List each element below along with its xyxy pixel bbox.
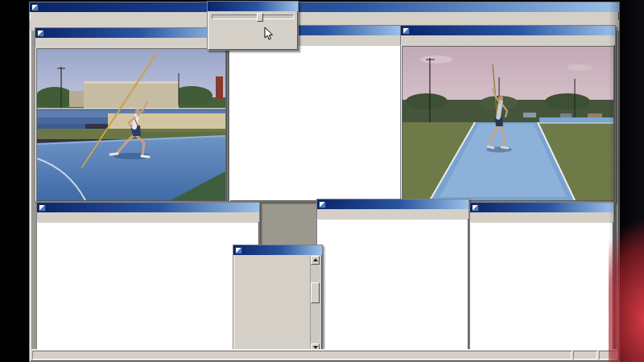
video-right-window [400,25,616,202]
window-icon [472,204,479,212]
table-scrollbar[interactable] [310,256,320,352]
video-left-frame[interactable] [36,48,226,200]
status-bar [31,349,617,360]
window-icon [319,201,326,208]
main-window [29,2,620,362]
graph-left-titlebar[interactable] [37,203,259,212]
view3d-window [229,25,402,202]
velocity-chart-left[interactable] [38,223,257,335]
vcr-slider-thumb[interactable] [257,13,263,22]
vcr-titlebar[interactable] [208,2,298,11]
status-text [32,351,572,360]
stick-figure-3d [230,46,398,199]
screenshot-stage [0,0,644,362]
view3d-canvas[interactable] [230,46,400,200]
main-titlebar[interactable] [30,2,619,12]
vcr-frame-fields [208,11,298,14]
window-icon [402,27,410,35]
window-icon [37,30,44,37]
graph-mid-toolbar [317,209,469,219]
graph-left-toolbar [37,212,259,222]
graph-mid-titlebar[interactable] [317,200,469,209]
video-left-window [35,27,228,202]
num-indicator [573,351,597,360]
window-icon [39,204,46,212]
vcr-window [207,1,299,51]
status-endcap [599,351,617,360]
graph-mid-window [316,199,469,352]
vcr-slider[interactable] [212,14,294,19]
menu-bar [30,12,619,20]
graph-right-window [469,202,614,352]
graph-right-titlebar[interactable] [470,203,613,212]
graph-right-readout [471,337,613,338]
graph-left-window [36,202,260,352]
video-left-titlebar[interactable] [35,28,227,38]
scrollbar-track[interactable] [311,265,320,343]
video-left-scene [37,49,225,200]
video-left-toolbar [35,38,227,47]
scrollbar-thumb[interactable] [311,282,320,303]
velocity-chart-mid[interactable] [318,220,466,337]
scroll-up-button[interactable] [311,256,320,265]
video-right-scene [402,47,613,200]
table-titlebar[interactable] [233,245,322,255]
displacement-chart[interactable] [471,223,611,337]
mdi-area [31,31,617,350]
window-icon [235,247,242,254]
mouse-cursor [264,27,274,40]
video-right-frame[interactable] [402,46,614,200]
table-window [233,245,323,354]
graph-mid-readout [318,337,468,338]
graph-right-toolbar [470,212,613,222]
app-icon [31,4,39,11]
video-right-toolbar [401,35,615,45]
vcr-buttons [208,21,298,23]
video-right-titlebar[interactable] [401,26,615,35]
graph-left-readout [38,335,258,336]
data-table [234,256,310,352]
